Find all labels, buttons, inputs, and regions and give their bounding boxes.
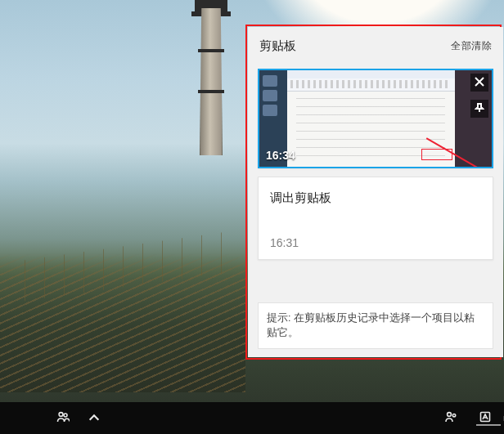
- pin-item-button[interactable]: [470, 100, 488, 118]
- taskbar-tray: [443, 411, 504, 426]
- clipboard-item-text[interactable]: 调出剪贴板 16:31: [258, 177, 493, 260]
- delete-item-button[interactable]: [470, 74, 488, 92]
- people-button[interactable]: [56, 411, 70, 426]
- clipboard-panel: 剪贴板 全部清除 16:3: [248, 27, 503, 357]
- people-tray-button[interactable]: [443, 411, 458, 426]
- hint-body: 在剪贴板历史记录中选择一个项目以粘贴它。: [267, 312, 475, 339]
- clipboard-thumbnail: 16:34: [259, 70, 492, 167]
- wallpaper-lighthouse: [188, 0, 234, 172]
- svg-point-1: [64, 414, 67, 417]
- tray-overflow-button[interactable]: [87, 411, 101, 426]
- clipboard-item-time: 16:34: [266, 149, 295, 162]
- people-icon: [444, 410, 457, 427]
- people-icon: [56, 410, 70, 427]
- clear-all-button[interactable]: 全部清除: [451, 39, 492, 53]
- clipboard-item-content: 调出剪贴板: [259, 177, 493, 221]
- clipboard-hint: 提示: 在剪贴板历史记录中选择一个项目以粘贴它。: [258, 302, 493, 350]
- svg-point-0: [59, 412, 63, 416]
- hint-prefix: 提示:: [267, 312, 294, 324]
- taskbar-left: [0, 411, 101, 426]
- taskbar: [0, 402, 504, 434]
- clipboard-item-time: 16:31: [259, 221, 493, 259]
- active-indicator: [476, 424, 501, 426]
- close-icon: [475, 77, 484, 89]
- clipboard-item-image[interactable]: 16:34: [258, 69, 493, 168]
- svg-point-2: [448, 412, 452, 416]
- pin-icon: [475, 103, 484, 115]
- svg-point-3: [452, 414, 455, 416]
- clipboard-title: 剪贴板: [259, 38, 296, 54]
- clipboard-header: 剪贴板 全部清除: [248, 27, 503, 60]
- chevron-up-icon: [88, 411, 101, 426]
